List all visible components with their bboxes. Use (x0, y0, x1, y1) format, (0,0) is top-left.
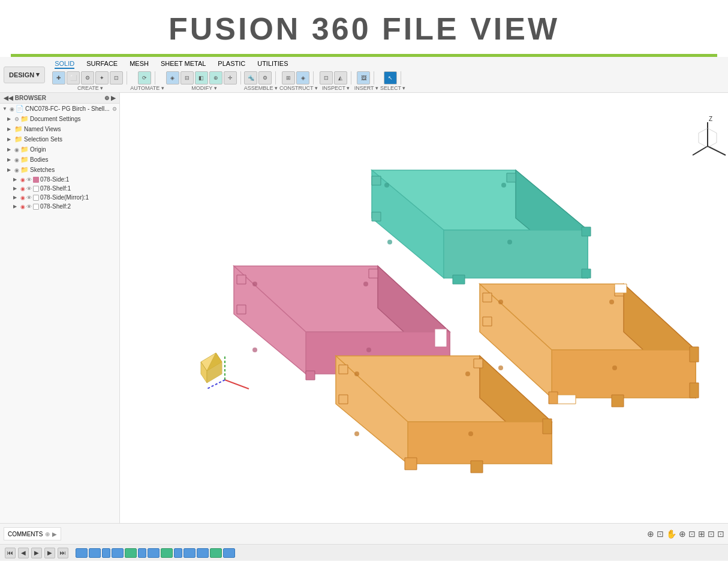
timeline-item-11[interactable] (197, 548, 209, 558)
svg-marker-49 (690, 347, 699, 362)
svg-marker-58 (558, 395, 576, 404)
svg-marker-50 (690, 383, 699, 398)
timeline-item-10[interactable] (183, 548, 195, 558)
browser-options-icon[interactable]: ⊕ ▶ (104, 95, 116, 101)
view-ctrl-display1[interactable]: ⊡ (708, 529, 715, 539)
svg-marker-30 (408, 422, 552, 464)
sidebar: ◀◀ BROWSER ⊕ ▶ ▼ ◉ 📄 CNC078-FC- PG Birch… (0, 93, 120, 523)
timeline-item-4[interactable] (112, 548, 124, 558)
eye2-icon: 👁 (26, 177, 32, 183)
timeline-item-2[interactable] (89, 548, 101, 558)
browser-item-078-shelf-1[interactable]: ▶ ◉ 👁 078-Shelf:1 (0, 184, 119, 193)
modify-icon-1[interactable]: ◈ (166, 71, 179, 84)
automate-icon-1[interactable]: ⟳ (138, 71, 151, 84)
timeline-item-1[interactable] (76, 548, 88, 558)
browser-item-sketches[interactable]: ▶ ◉ 📁 Sketches (0, 165, 119, 175)
assemble-group: 🔩 ⚙ ASSEMBLE ▾ (244, 71, 278, 91)
modify-icon-3[interactable]: ◧ (195, 71, 208, 84)
view-ctrl-grid[interactable]: ⊞ (698, 529, 705, 539)
tab-plastic[interactable]: PLASTIC (218, 60, 245, 69)
browser-item-bodies[interactable]: ▶ ◉ 📁 Bodies (0, 155, 119, 165)
modify-icon-4[interactable]: ⊕ (209, 71, 222, 84)
assemble-icon-2[interactable]: ⚙ (258, 71, 272, 84)
create-icon-5[interactable]: ⊡ (110, 71, 123, 84)
assemble-icon-1[interactable]: 🔩 (244, 71, 257, 84)
timeline-item-5[interactable] (125, 548, 137, 558)
body-color-icon (33, 177, 39, 183)
browser-item-origin[interactable]: ▶ ◉ 📁 Origin (0, 144, 119, 155)
comments-expand-icon[interactable]: ▶ (52, 531, 57, 537)
view-ctrl-fit[interactable]: ⊡ (688, 529, 696, 539)
browser-item-named-views[interactable]: ▶ 📁 Named Views (0, 124, 119, 134)
create-icon-4[interactable]: ✦ (95, 71, 109, 84)
eye2-icon: 👁 (26, 186, 32, 192)
timeline-item-9[interactable] (174, 548, 182, 558)
viewport[interactable]: Z (120, 93, 728, 523)
browser-item-078-side-1[interactable]: ▶ ◉ 👁 078-Side:1 (0, 175, 119, 184)
svg-marker-52 (612, 395, 624, 407)
modify-icon-2[interactable]: ⊟ (181, 71, 194, 84)
timeline-play-btn[interactable]: ▶ (31, 548, 42, 558)
svg-point-41 (354, 431, 359, 436)
insert-icon-1[interactable]: 🖼 (357, 71, 370, 84)
create-icon-2[interactable]: ⬜ (67, 71, 80, 84)
tab-sheet-metal[interactable]: SHEET METAL (161, 60, 206, 69)
page-header: FUSION 360 FILE VIEW (0, 0, 728, 57)
construct-icon-2[interactable]: ◈ (296, 71, 309, 84)
inspect-icon-2[interactable]: ◭ (334, 71, 347, 84)
view-ctrl-display2[interactable]: ⊡ (717, 529, 724, 539)
browser-item-doc-settings[interactable]: ▶ ⚙ 📁 Document Settings (0, 114, 119, 124)
view-ctrl-box[interactable]: ⊡ (657, 529, 664, 539)
browser-item-078-shelf-2[interactable]: ▶ ◉ 👁 078-Shelf:2 (0, 202, 119, 211)
visibility-icon: ◉ (10, 106, 14, 112)
file-icon: 📄 (16, 105, 24, 113)
timeline-item-13[interactable] (223, 548, 235, 558)
modify-icon-5[interactable]: ✛ (224, 71, 237, 84)
tab-solid[interactable]: SOLID (55, 60, 74, 69)
tab-mesh[interactable]: MESH (130, 60, 149, 69)
timeline-start-btn[interactable]: ⏮ (5, 548, 16, 558)
timeline-next-btn[interactable]: ▶ (44, 548, 55, 558)
arrow-icon: ▶ (13, 177, 19, 182)
svg-marker-12 (582, 227, 591, 236)
settings-icon[interactable]: ⚙ (112, 106, 117, 112)
tab-utilities[interactable]: UTILITIES (257, 60, 288, 69)
item-label: Document Settings (30, 116, 81, 122)
timeline-end-btn[interactable]: ⏭ (58, 548, 68, 558)
create-icon-3[interactable]: ⚙ (81, 71, 94, 84)
svg-point-55 (612, 365, 617, 370)
view-ctrl-zoom[interactable]: ⊕ (679, 529, 686, 539)
select-icon-1[interactable]: ↖ (384, 71, 397, 84)
svg-point-40 (468, 431, 473, 436)
arrow-icon: ▶ (13, 186, 19, 191)
timeline-item-6[interactable] (138, 548, 146, 558)
automate-group: ⟳ AUTOMATE ▾ (130, 71, 164, 91)
create-icon-1[interactable]: ✚ (52, 71, 65, 84)
view-ctrl-hand[interactable]: ✋ (666, 529, 676, 539)
browser-item-078-side-mirror-1[interactable]: ▶ ◉ 👁 078-Side(Mirror):1 (0, 193, 119, 202)
svg-marker-27 (435, 329, 447, 347)
svg-point-56 (498, 365, 503, 370)
construct-label: CONSTRUCT ▾ (279, 85, 318, 91)
arrow-icon: ▶ (13, 195, 19, 200)
arrow-icon: ▶ (7, 116, 13, 122)
design-button[interactable]: DESIGN ▾ (4, 67, 45, 83)
timeline-item-3[interactable] (102, 548, 110, 558)
browser-item-selection-sets[interactable]: ▶ 📁 Selection Sets (0, 134, 119, 144)
view-ctrl-move[interactable]: ⊕ (647, 529, 654, 539)
folder-icon: 📁 (20, 115, 29, 123)
svg-marker-7 (372, 212, 381, 221)
inspect-icon-1[interactable]: ⊡ (320, 71, 333, 84)
gear-icon: ⚙ (14, 116, 19, 122)
comments-add-icon[interactable]: ⊕ (45, 531, 50, 537)
construct-icon-1[interactable]: ⊞ (282, 71, 295, 84)
browser-root-item[interactable]: ▼ ◉ 📄 CNC078-FC- PG Birch - Shell... ⚙ (0, 104, 119, 114)
timeline-prev-btn[interactable]: ◀ (18, 548, 29, 558)
arrow-icon: ▶ (7, 147, 13, 152)
timeline-item-7[interactable] (148, 548, 160, 558)
timeline-item-8[interactable] (161, 548, 173, 558)
svg-marker-47 (483, 317, 492, 326)
inspect-label: INSPECT ▾ (322, 85, 350, 91)
tab-surface[interactable]: SURFACE (86, 60, 118, 69)
timeline-item-12[interactable] (210, 548, 222, 558)
